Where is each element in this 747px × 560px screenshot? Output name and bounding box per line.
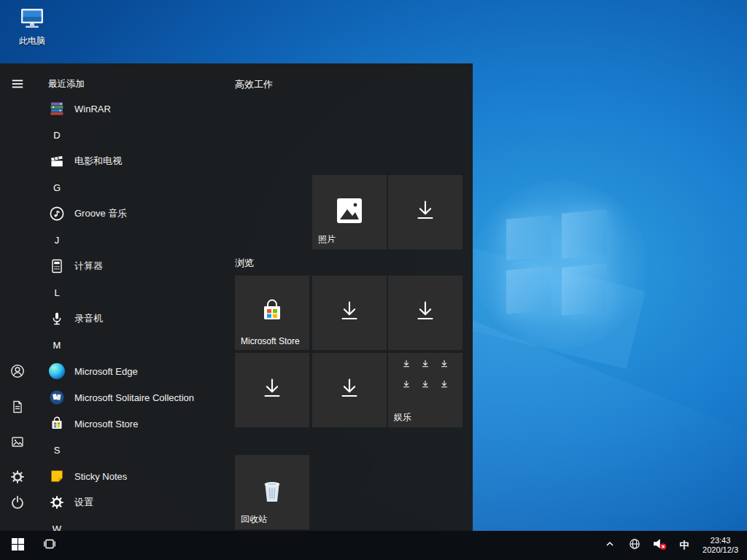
tile-pending-download[interactable] — [388, 276, 462, 350]
taskbar: 中 23:43 2020/12/3 — [0, 531, 747, 560]
start-button[interactable] — [0, 531, 35, 560]
app-item-label: Groove 音乐 — [74, 207, 127, 220]
section-letter-label: M — [48, 340, 66, 351]
app-section-letter[interactable]: J — [35, 227, 235, 253]
logo-glow — [473, 181, 648, 349]
app-item-label: 计算器 — [74, 260, 103, 273]
section-letter-label: D — [48, 130, 66, 141]
download-icon — [401, 359, 411, 372]
app-section-letter[interactable]: G — [35, 174, 235, 201]
expand-menu-button[interactable] — [0, 69, 35, 101]
photos-icon — [334, 195, 365, 229]
download-icon — [411, 197, 439, 228]
winrar-icon — [48, 100, 66, 117]
app-item-label: WinRAR — [74, 104, 111, 114]
globe-network-icon — [629, 538, 640, 553]
section-letter-label: J — [48, 235, 66, 246]
download-icon — [411, 298, 439, 328]
pictures-icon — [10, 435, 25, 452]
start-menu-rail — [0, 63, 35, 531]
windows-logo-icon — [12, 538, 24, 553]
tile-pending-download[interactable] — [235, 353, 309, 427]
document-icon — [10, 400, 25, 417]
gear-icon — [48, 494, 66, 511]
app-item-sticky-notes[interactable]: Sticky Notes — [35, 463, 235, 489]
start-menu: 最近添加 WinRAR D — [0, 63, 473, 531]
app-item-winrar[interactable]: WinRAR — [35, 96, 235, 122]
app-section-letter[interactable]: L — [35, 279, 235, 306]
user-account-button[interactable] — [0, 357, 35, 389]
hamburger-icon — [11, 77, 24, 93]
groove-music-icon — [48, 205, 66, 222]
store-icon — [48, 415, 66, 432]
app-item-microsoft-store[interactable]: Microsoft Store — [35, 411, 235, 437]
solitaire-icon — [48, 389, 66, 406]
section-letter-label: L — [48, 287, 66, 298]
tile-pending-download[interactable] — [312, 276, 387, 350]
ime-indicator[interactable]: 中 — [673, 531, 695, 560]
movies-tv-icon — [48, 152, 66, 170]
pictures-button[interactable] — [0, 427, 35, 459]
windows-logo-pane — [562, 263, 607, 315]
start-app-list: 最近添加 WinRAR D — [35, 63, 235, 531]
app-item-voice-recorder[interactable]: 录音机 — [35, 306, 235, 332]
download-icon — [439, 379, 449, 392]
windows-logo-pane — [506, 266, 551, 314]
desktop-icon-this-pc[interactable]: 此电脑 — [9, 7, 55, 47]
volume-muted-icon — [652, 537, 667, 553]
edge-icon — [48, 362, 66, 380]
power-button[interactable] — [0, 488, 35, 520]
clock[interactable]: 23:43 2020/12/3 — [698, 536, 743, 555]
section-letter-label: S — [48, 445, 66, 456]
tile-label: 娱乐 — [394, 411, 411, 424]
tile-pending-download[interactable] — [388, 175, 462, 249]
app-item-calculator[interactable]: 计算器 — [35, 253, 235, 279]
app-item-label: Sticky Notes — [74, 471, 127, 482]
tile-label: 照片 — [318, 233, 336, 246]
network-button[interactable] — [624, 531, 646, 560]
app-item-label: Microsoft Solitaire Collection — [74, 392, 194, 403]
download-icon — [258, 375, 286, 405]
ime-label: 中 — [680, 539, 689, 552]
recycle-bin-icon — [256, 475, 288, 510]
gear-icon — [10, 470, 25, 487]
app-section-letter[interactable]: M — [35, 332, 235, 358]
section-letter-label: W — [48, 524, 66, 532]
tile-label: 回收站 — [241, 513, 267, 526]
tile-pending-download[interactable] — [312, 353, 387, 427]
clock-time: 23:43 — [703, 536, 738, 545]
documents-button[interactable] — [0, 392, 35, 424]
computer-icon — [19, 20, 45, 33]
chevron-up-icon — [605, 539, 615, 552]
folder-tile-preview — [397, 359, 454, 392]
app-item-microsoft-edge[interactable]: Microsoft Edge — [35, 358, 235, 384]
app-item-label: 录音机 — [74, 312, 103, 325]
system-tray: 中 23:43 2020/12/3 — [599, 531, 743, 560]
app-section-letter[interactable]: D — [35, 122, 235, 148]
app-item-settings[interactable]: 设置 — [35, 489, 235, 516]
app-rows: WinRAR D 电影和电视 G — [35, 96, 235, 531]
app-item-solitaire[interactable]: Microsoft Solitaire Collection — [35, 384, 235, 411]
app-item-label: Microsoft Store — [74, 419, 138, 429]
recently-added-header: 最近添加 — [48, 78, 85, 90]
app-item-groove-music[interactable]: Groove 音乐 — [35, 201, 235, 227]
microphone-icon — [48, 310, 66, 327]
tile-microsoft-store[interactable]: Microsoft Store — [235, 276, 309, 350]
app-section-letter[interactable]: S — [35, 437, 235, 463]
download-icon — [401, 379, 411, 392]
windows-logo-pane — [562, 209, 607, 258]
desktop-icon-label: 此电脑 — [9, 35, 55, 47]
download-icon — [420, 359, 430, 372]
task-view-button[interactable] — [35, 531, 64, 560]
tile-recycle-bin[interactable]: 回收站 — [235, 455, 309, 529]
download-icon — [336, 375, 363, 405]
sticky-notes-icon — [48, 467, 66, 485]
tray-expand-button[interactable] — [599, 531, 621, 560]
tile-photos[interactable]: 照片 — [312, 175, 387, 249]
volume-button[interactable] — [649, 531, 670, 560]
app-section-letter[interactable]: W — [35, 516, 235, 531]
calculator-icon — [48, 257, 66, 275]
app-item-movies-tv[interactable]: 电影和电视 — [35, 148, 235, 174]
tile-folder-entertainment[interactable]: 娱乐 — [388, 353, 462, 427]
tile-group-title: 浏览 — [235, 257, 254, 270]
